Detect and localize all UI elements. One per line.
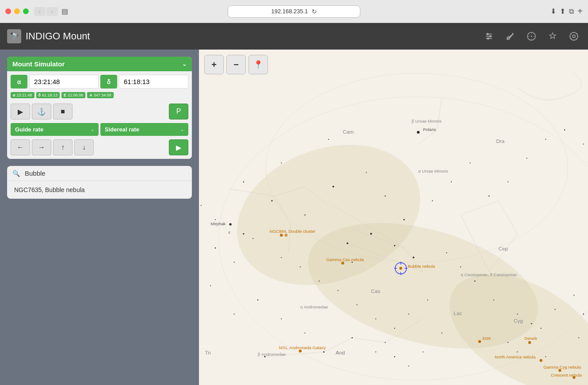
park-button[interactable]: P: [169, 104, 188, 119]
ra-label: α: [11, 75, 27, 89]
mount-selector-arrow: ⌄: [182, 61, 187, 67]
svg-point-73: [210, 285, 211, 286]
sidebar-toggle-button[interactable]: ▤: [61, 7, 68, 15]
svg-point-43: [271, 200, 272, 201]
dir-left-button[interactable]: ←: [11, 139, 30, 155]
dec-value[interactable]: 61:18:13: [119, 75, 188, 89]
svg-point-10: [573, 35, 575, 38]
minimize-button[interactable]: [14, 8, 20, 14]
sidereal-rate-arrow: ⌄: [180, 127, 184, 132]
settings-icon[interactable]: [567, 29, 581, 43]
svg-point-61: [412, 257, 414, 258]
svg-text:Bubble nebula: Bubble nebula: [408, 264, 435, 269]
stop-button[interactable]: ■: [53, 104, 73, 119]
maximize-button[interactable]: [23, 8, 29, 14]
dir-down-button[interactable]: ↓: [74, 139, 94, 155]
svg-point-51: [470, 162, 470, 163]
svg-text:Polaris: Polaris: [423, 127, 436, 132]
svg-point-65: [351, 337, 353, 339]
url-text: 192.168.235.1: [271, 8, 308, 15]
ra-value[interactable]: 23:21:48: [29, 75, 99, 89]
sidereal-rate-select[interactable]: Sidereal rate ⌄: [100, 123, 188, 136]
svg-point-121: [478, 340, 481, 343]
zoom-out-button[interactable]: −: [226, 55, 246, 74]
svg-point-92: [427, 300, 428, 300]
svg-point-142: [243, 233, 244, 235]
tools-icon[interactable]: [503, 29, 517, 43]
svg-point-87: [531, 323, 532, 324]
svg-text:β Ursae Minoris: β Ursae Minoris: [412, 119, 442, 123]
svg-text:M39: M39: [482, 336, 491, 341]
fullscreen-button[interactable]: ⧉: [569, 8, 574, 15]
svg-point-85: [541, 328, 542, 329]
badge-dec: δ 61:18:13: [36, 92, 60, 98]
svg-point-71: [234, 262, 235, 262]
svg-point-90: [583, 314, 584, 315]
svg-point-107: [285, 234, 287, 236]
badge-ra: α 23:21:48: [11, 92, 34, 98]
svg-text:Tri: Tri: [205, 350, 210, 355]
svg-text:Gamma Cyg nebula: Gamma Cyg nebula: [543, 365, 581, 370]
svg-point-55: [545, 139, 546, 140]
svg-point-64: [323, 351, 325, 353]
guide-rate-arrow: ⌄: [91, 127, 94, 132]
reload-button[interactable]: ↻: [312, 8, 317, 15]
svg-text:Cas: Cas: [371, 288, 380, 294]
svg-point-93: [409, 314, 409, 315]
svg-text:ε: ε: [229, 230, 231, 235]
forward-button[interactable]: ›: [46, 7, 58, 16]
search-icon: 🔍: [11, 170, 21, 177]
svg-point-66: [385, 342, 386, 343]
anchor-button[interactable]: ⚓: [32, 104, 51, 119]
svg-point-46: [366, 172, 367, 173]
guide-rate-select[interactable]: Guide rate ⌄: [11, 123, 99, 136]
url-bar[interactable]: 192.168.235.1 ↻: [228, 5, 360, 18]
svg-point-95: [375, 318, 376, 319]
sidereal-rate-label: Sidereal rate: [105, 126, 139, 133]
svg-text:North America nebula: North America nebula: [495, 354, 536, 359]
star-icon[interactable]: [546, 29, 560, 43]
dir-up-button[interactable]: ↑: [53, 139, 73, 155]
svg-point-74: [234, 314, 235, 315]
sliders-icon[interactable]: [482, 29, 496, 43]
svg-text:Cam: Cam: [343, 129, 354, 135]
svg-text:Gamma Cas nebula: Gamma Cas nebula: [326, 257, 364, 262]
svg-point-58: [347, 243, 348, 244]
play-button[interactable]: ▶: [11, 104, 30, 119]
guide-rate-label: Guide rate: [15, 126, 43, 133]
svg-point-9: [570, 32, 578, 40]
svg-point-36: [417, 131, 420, 134]
svg-point-103: [409, 366, 409, 366]
svg-point-86: [508, 342, 508, 343]
svg-point-82: [474, 281, 476, 282]
header-tools: [482, 29, 581, 43]
telescope-icon: 🔭: [9, 31, 19, 41]
zoom-in-button[interactable]: +: [204, 55, 224, 74]
svg-text:Cep: Cep: [499, 246, 508, 251]
dir-right-button[interactable]: →: [32, 139, 51, 155]
star-map-svg: Polaris Mirphak: [199, 50, 588, 385]
svg-point-98: [319, 281, 320, 281]
search-input[interactable]: [25, 169, 188, 177]
close-button[interactable]: [5, 8, 11, 14]
go-button[interactable]: ▶: [169, 139, 188, 155]
download-button[interactable]: ⬇: [550, 7, 556, 15]
svg-point-59: [370, 233, 372, 235]
search-result-item[interactable]: NGC7635, Bubble nebula: [7, 181, 192, 199]
svg-point-5: [487, 38, 489, 40]
svg-point-54: [527, 158, 527, 158]
app-title-group: 🔭 INDIGO Mount: [7, 29, 90, 43]
search-card: 🔍 NGC7635, Bubble nebula: [7, 166, 192, 199]
svg-point-41: [281, 162, 282, 163]
location-button[interactable]: 📍: [248, 55, 268, 74]
mount-selector[interactable]: Mount Simulator ⌄: [7, 57, 192, 71]
back-button[interactable]: ‹: [34, 7, 46, 16]
new-tab-button[interactable]: +: [577, 6, 583, 16]
star-map[interactable]: + − 📍: [199, 50, 588, 385]
svg-point-78: [215, 219, 216, 220]
svg-point-105: [375, 351, 376, 352]
svg-point-97: [337, 290, 338, 291]
svg-point-1: [487, 33, 489, 35]
share-button[interactable]: ⬆: [560, 7, 565, 15]
compass-icon[interactable]: [524, 29, 538, 43]
